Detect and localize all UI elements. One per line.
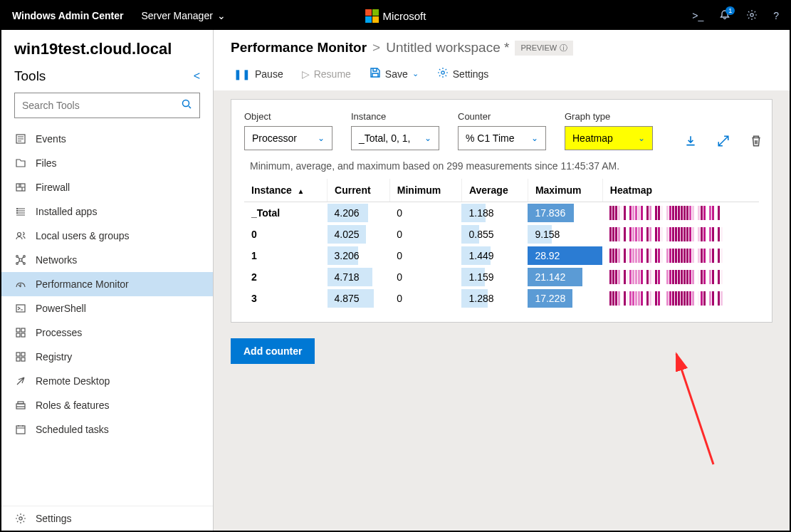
table-row[interactable]: 04.02500.8559.158 [244, 224, 759, 245]
microsoft-logo: Microsoft [365, 9, 426, 23]
chevron-down-icon: ⌄ [318, 133, 325, 143]
sidebar-item-label: Scheduled tasks [36, 424, 109, 435]
console-icon[interactable]: >_ [692, 10, 703, 21]
col-heatmap[interactable]: Heatmap [602, 179, 759, 202]
table-row[interactable]: 24.71801.15921.142 [244, 266, 759, 288]
cell-max: 17.228 [528, 288, 602, 309]
resume-label: Resume [314, 68, 351, 80]
svg-point-9 [16, 256, 19, 258]
breadcrumb-workspace: Untitled workspace * [386, 40, 509, 56]
cell-heatmap [602, 224, 759, 245]
instance-value: _Total, 0, 1, [359, 132, 410, 144]
cell-max: 28.92 [528, 245, 602, 266]
cell-min: 0 [389, 224, 461, 245]
col-maximum[interactable]: Maximum [528, 179, 602, 202]
settings-button[interactable]: Settings [437, 67, 489, 80]
save-label: Save [385, 68, 408, 80]
tool-list: EventsFilesFirewallInstalled appsLocal u… [1, 127, 213, 506]
expand-icon[interactable] [717, 135, 730, 150]
breadcrumb-root[interactable]: Performance Monitor [231, 40, 367, 56]
counter-dropdown[interactable]: % C1 Time ⌄ [458, 126, 546, 150]
files-icon [14, 157, 27, 169]
chevron-down-icon: ⌄ [412, 69, 419, 78]
svg-rect-15 [21, 328, 25, 332]
graphtype-dropdown[interactable]: Heatmap ⌄ [565, 126, 653, 150]
cell-max: 9.158 [528, 224, 602, 245]
counter-label: Counter [458, 111, 546, 122]
object-label: Object [244, 111, 332, 122]
cell-instance: _Total [244, 202, 328, 224]
sidebar-item-label: Performance Monitor [36, 278, 129, 290]
sidebar-item-label: Local users & groups [36, 230, 130, 241]
pause-button[interactable]: ❚❚ Pause [234, 68, 283, 80]
server-manager-menu[interactable]: Server Manager ⌄ [141, 10, 225, 21]
help-icon[interactable]: ? [773, 10, 779, 21]
sidebar-item-label: Files [36, 157, 57, 169]
sidebar-item-network[interactable]: Networks [1, 248, 213, 272]
cell-instance: 2 [244, 266, 328, 288]
cell-current: 4.718 [328, 266, 390, 288]
sidebar-item-files[interactable]: Files [1, 151, 213, 175]
svg-point-6 [17, 213, 18, 214]
sidebar-item-roles[interactable]: Roles & features [1, 393, 213, 417]
svg-point-10 [23, 256, 26, 258]
cell-avg: 1.159 [461, 266, 528, 288]
breadcrumb-sep: > [372, 40, 380, 56]
col-average[interactable]: Average [461, 179, 528, 202]
table-row[interactable]: 13.20601.44928.92 [244, 245, 759, 266]
sidebar-item-label: Roles & features [36, 400, 110, 411]
sched-icon [14, 424, 27, 435]
firewall-icon [14, 182, 27, 193]
col-instance[interactable]: Instance ▲ [244, 179, 328, 202]
save-button[interactable]: Save ⌄ [370, 67, 419, 80]
sidebar-item-label: Processes [36, 327, 82, 338]
preview-label: PREVIEW [520, 43, 557, 52]
collapse-sidebar-icon[interactable]: < [194, 70, 200, 83]
search-input[interactable] [22, 100, 181, 111]
preview-badge: PREVIEW ⓘ [515, 41, 573, 56]
sidebar-item-sched[interactable]: Scheduled tasks [1, 417, 213, 442]
sidebar-settings[interactable]: Settings [1, 506, 213, 531]
svg-rect-16 [16, 333, 20, 337]
table-row[interactable]: _Total4.20601.18817.836 [244, 202, 759, 224]
server-name: win19test.cloud.local [1, 30, 213, 66]
svg-point-12 [23, 263, 26, 265]
gear-icon[interactable] [746, 9, 758, 23]
chevron-down-icon: ⌄ [638, 133, 645, 143]
svg-rect-24 [16, 426, 25, 434]
save-icon [370, 67, 381, 80]
sidebar-item-proc[interactable]: Processes [1, 320, 213, 345]
col-current[interactable]: Current [328, 179, 390, 202]
notification-badge: 1 [725, 6, 735, 15]
download-icon[interactable] [684, 135, 697, 150]
instance-dropdown[interactable]: _Total, 0, 1, ⌄ [351, 126, 439, 150]
cell-current: 4.206 [328, 202, 390, 224]
col-minimum[interactable]: Minimum [389, 179, 461, 202]
gear-icon [437, 67, 449, 80]
cell-instance: 0 [244, 224, 328, 245]
delete-icon[interactable] [750, 135, 763, 150]
reg-icon [14, 351, 27, 363]
network-icon [14, 254, 27, 266]
sidebar-item-events[interactable]: Events [1, 127, 213, 151]
table-row[interactable]: 34.87501.28817.228 [244, 288, 759, 309]
object-dropdown[interactable]: Processor ⌄ [244, 126, 332, 150]
sidebar-item-rdp[interactable]: Remote Desktop [1, 369, 213, 393]
breadcrumb: Performance Monitor > Untitled workspace… [231, 40, 772, 56]
sidebar-item-perf[interactable]: Performance Monitor [1, 272, 213, 296]
data-table: Instance ▲CurrentMinimumAverageMaximumHe… [244, 179, 759, 309]
sidebar-item-firewall[interactable]: Firewall [1, 175, 213, 199]
brand[interactable]: Windows Admin Center [12, 10, 123, 21]
ps-icon [14, 303, 27, 314]
svg-rect-20 [16, 358, 20, 361]
sidebar-item-reg[interactable]: Registry [1, 345, 213, 369]
sidebar-item-apps[interactable]: Installed apps [1, 199, 213, 224]
measurement-meta: Minimum, average, and maximum based on 2… [250, 160, 759, 172]
notifications-icon[interactable]: 1 [719, 9, 730, 23]
search-tools[interactable] [14, 93, 200, 118]
sidebar-item-ps[interactable]: PowerShell [1, 296, 213, 320]
cell-avg: 0.855 [461, 224, 528, 245]
cell-current: 4.025 [328, 224, 390, 245]
add-counter-button[interactable]: Add counter [231, 338, 315, 364]
sidebar-item-users[interactable]: Local users & groups [1, 224, 213, 248]
